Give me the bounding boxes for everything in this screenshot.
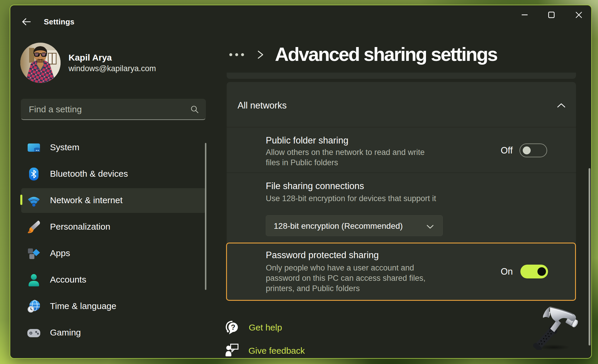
svg-text:?: ? [231, 323, 235, 331]
